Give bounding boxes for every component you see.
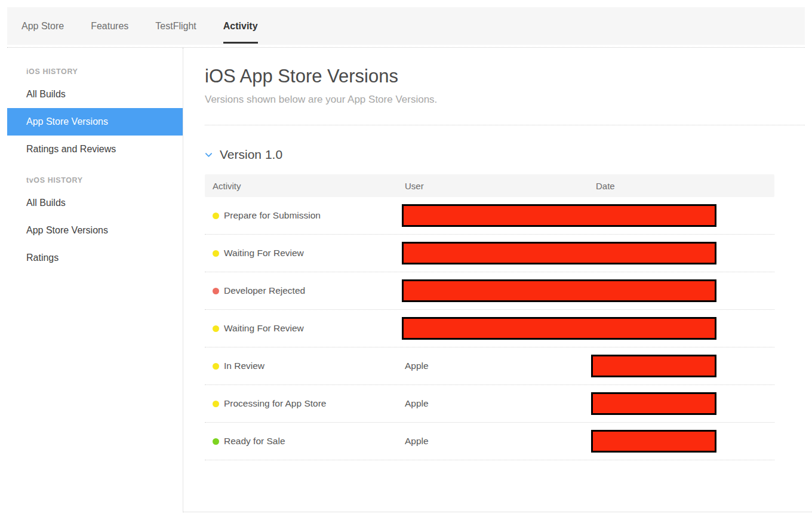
tab-activity[interactable]: Activity — [223, 21, 258, 32]
content-panel: iOS App Store Versions Versions shown be… — [183, 48, 812, 512]
redacted-user-date — [402, 204, 716, 227]
activity-label: Waiting For Review — [224, 323, 304, 334]
column-header-date: Date — [596, 181, 774, 191]
table-row: Ready for Sale Apple — [205, 423, 774, 460]
sidebar-section-tvos-history: tvOS HISTORY All Builds App Store Versio… — [7, 176, 183, 272]
version-section-label: Version 1.0 — [220, 147, 282, 162]
tab-activity-label: Activity — [223, 21, 258, 31]
sidebar: iOS HISTORY All Builds App Store Version… — [7, 48, 183, 512]
sidebar-item-ratings-and-reviews[interactable]: Ratings and Reviews — [7, 136, 183, 163]
status-dot — [213, 325, 219, 332]
activity-table: Activity User Date Prepare for Submissio… — [205, 174, 774, 460]
tab-features[interactable]: Features — [91, 21, 128, 32]
redacted-date — [591, 355, 716, 377]
active-tab-underline — [223, 42, 258, 44]
redacted-user-date — [402, 242, 716, 264]
page-title: iOS App Store Versions — [205, 66, 805, 87]
sidebar-item-tvos-ratings[interactable]: Ratings — [7, 244, 183, 272]
top-navigation: App Store Features TestFlight Activity — [7, 7, 805, 48]
main-area: iOS HISTORY All Builds App Store Version… — [0, 48, 812, 512]
activity-label: Waiting For Review — [224, 248, 304, 259]
activity-label: In Review — [224, 361, 264, 371]
tab-app-store[interactable]: App Store — [21, 21, 64, 32]
table-row: Waiting For Review — [205, 235, 774, 272]
column-header-activity: Activity — [205, 181, 405, 191]
redacted-user-date — [402, 279, 716, 302]
user-label: Apple — [405, 436, 596, 447]
chevron-down-icon — [205, 151, 213, 159]
redacted-date — [591, 392, 716, 415]
page-subtitle: Versions shown below are your App Store … — [205, 94, 805, 106]
sidebar-item-all-builds[interactable]: All Builds — [7, 81, 183, 108]
user-label: Apple — [405, 361, 596, 371]
sidebar-item-tvos-all-builds[interactable]: All Builds — [7, 189, 183, 217]
activity-label: Processing for App Store — [224, 398, 326, 409]
status-dot — [213, 438, 219, 445]
activity-label: Prepare for Submission — [224, 210, 321, 221]
table-header-row: Activity User Date — [205, 174, 774, 197]
sidebar-section-ios-history: iOS HISTORY All Builds App Store Version… — [7, 67, 183, 163]
table-row: Processing for App Store Apple — [205, 385, 774, 423]
status-dot — [213, 401, 219, 407]
status-dot — [213, 363, 219, 370]
table-row: In Review Apple — [205, 347, 774, 385]
redacted-user-date — [402, 317, 716, 340]
table-row: Waiting For Review — [205, 310, 774, 347]
activity-label: Ready for Sale — [224, 436, 285, 447]
sidebar-header-tvos-history: tvOS HISTORY — [7, 176, 183, 184]
sidebar-header-ios-history: iOS HISTORY — [7, 67, 183, 76]
status-dot — [213, 288, 219, 294]
content-divider — [205, 125, 805, 125]
redacted-date — [591, 430, 716, 453]
sidebar-item-app-store-versions[interactable]: App Store Versions — [7, 108, 183, 136]
table-row: Developer Rejected — [205, 272, 774, 310]
status-dot — [213, 213, 219, 219]
column-header-user: User — [405, 181, 596, 191]
tab-bar: App Store Features TestFlight Activity — [7, 7, 805, 45]
version-section-toggle[interactable]: Version 1.0 — [205, 147, 805, 162]
tab-testflight[interactable]: TestFlight — [155, 21, 196, 32]
activity-label: Developer Rejected — [224, 285, 305, 296]
user-label: Apple — [405, 398, 596, 409]
status-dot — [213, 250, 219, 257]
sidebar-item-tvos-app-store-versions[interactable]: App Store Versions — [7, 217, 183, 244]
table-row: Prepare for Submission — [205, 197, 774, 235]
